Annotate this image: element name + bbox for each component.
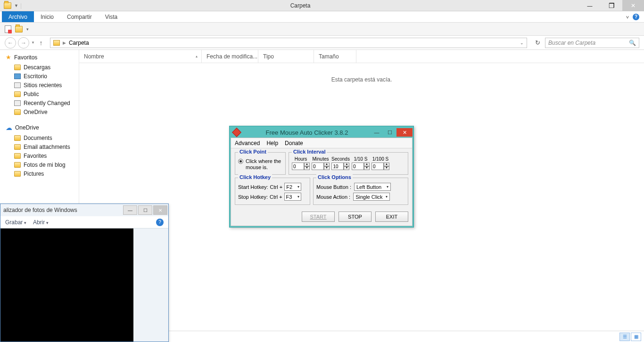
tab-home[interactable]: Inicio <box>34 11 60 22</box>
ac-maximize-button[interactable]: ☐ <box>383 128 396 137</box>
input-tenth[interactable] <box>352 163 364 170</box>
recent-icon <box>14 100 21 106</box>
folder-icon <box>14 153 21 159</box>
input-hundredth[interactable] <box>372 163 384 170</box>
sidebar-item-escritorio[interactable]: Escritorio <box>0 72 79 81</box>
address-bar[interactable]: ▶ Carpeta ⌄ <box>50 38 527 48</box>
ac-close-button[interactable]: ✕ <box>396 128 413 137</box>
sidebar-item-fotos-blog[interactable]: Fotos de mi blog <box>0 160 79 169</box>
label-mouse-button: Mouse Button : <box>316 184 351 190</box>
legend-click-interval: Click Interval <box>292 149 327 155</box>
button-label: STOP <box>348 214 362 220</box>
sidebar-item-label: OneDrive <box>24 109 48 115</box>
col-name[interactable]: Nombre▴ <box>79 50 202 63</box>
ac-titlebar[interactable]: Free Mouse Auto Clicker 3.8.2 — ☐ ✕ <box>231 127 413 138</box>
tab-view[interactable]: Vista <box>99 11 124 22</box>
photo-minimize-button[interactable]: — <box>123 205 137 215</box>
photo-close-button[interactable]: ✕ <box>153 205 167 215</box>
select-start-hotkey[interactable]: F2 <box>284 183 301 191</box>
photo-menu-open[interactable]: Abrir <box>33 219 49 226</box>
qa-dropdown[interactable]: ▼ <box>14 3 18 8</box>
photo-menu-burn[interactable]: Grabar <box>5 219 26 226</box>
sidebar-item-onedrive-fav[interactable]: OneDrive <box>0 107 79 116</box>
legend-click-options: Click Options <box>316 174 353 180</box>
photo-titlebar[interactable]: alizador de fotos de Windows — ☐ ✕ <box>0 204 168 216</box>
search-input[interactable]: Buscar en Carpeta 🔍 <box>545 38 639 48</box>
col-modified[interactable]: Fecha de modifica... <box>202 50 258 63</box>
nav-history-dropdown[interactable]: ▼ <box>31 41 35 45</box>
start-button[interactable]: START <box>302 212 335 222</box>
ac-window-title: Free Mouse Auto Clicker 3.8.2 <box>244 129 370 136</box>
input-seconds[interactable] <box>331 163 344 170</box>
photo-maximize-button[interactable]: ☐ <box>138 205 152 215</box>
sidebar-header-label: OneDrive <box>15 124 39 131</box>
ac-menu-donate[interactable]: Donate <box>285 140 303 147</box>
spinner-arrows[interactable]: ▲▼ <box>304 163 310 170</box>
new-folder-icon[interactable] <box>15 26 23 33</box>
refresh-button[interactable]: ↻ <box>532 38 543 48</box>
minimize-button[interactable] <box>579 0 601 11</box>
sidebar-item-recently-changed[interactable]: Recently Changed <box>0 98 79 107</box>
qa-overflow[interactable]: ▾ <box>26 27 29 32</box>
sidebar-item-pictures[interactable]: Pictures <box>0 169 79 178</box>
view-details-button[interactable]: ☰ <box>619 333 630 341</box>
empty-folder-message: Esta carpeta está vacía. <box>79 76 644 83</box>
nav-up-button[interactable]: ↑ <box>37 39 45 47</box>
help-icon[interactable]: ? <box>156 219 164 226</box>
sidebar-item-label: Sitios recientes <box>24 82 62 89</box>
sidebar-item-recientes[interactable]: Sitios recientes <box>0 81 79 90</box>
sidebar-item-descargas[interactable]: Descargas <box>0 63 79 72</box>
spinner-arrows[interactable]: ▲▼ <box>324 163 330 170</box>
view-icons-button[interactable]: ▦ <box>631 333 641 341</box>
sidebar-item-public[interactable]: Public <box>0 90 79 98</box>
col-label: Fecha de modifica... <box>206 53 257 60</box>
select-mouse-action[interactable]: Single Click <box>353 193 390 201</box>
sidebar-item-label: Favorites <box>24 153 47 159</box>
nav-forward-button[interactable]: → <box>18 37 29 49</box>
input-hours[interactable] <box>292 163 304 170</box>
sidebar-item-label: Escritorio <box>24 73 47 80</box>
input-minutes[interactable] <box>312 163 324 170</box>
photo-gutter <box>133 228 168 342</box>
radio-label: Click where the mouse is. <box>246 158 282 171</box>
photo-canvas <box>0 228 133 342</box>
sidebar-header-label: Favoritos <box>14 54 37 61</box>
ac-menu-advanced[interactable]: Advanced <box>235 140 260 147</box>
col-size[interactable]: Tamaño <box>314 50 356 63</box>
properties-icon[interactable] <box>5 25 11 33</box>
exit-button[interactable]: EXIT <box>375 212 408 222</box>
sidebar-item-documents[interactable]: Documents <box>0 133 79 142</box>
help-icon[interactable]: ? <box>633 14 639 20</box>
nav-back-button[interactable]: ← <box>5 37 16 49</box>
nav-row: ← → ▼ ↑ ▶ Carpeta ⌄ ↻ Buscar en Carpeta … <box>0 36 644 50</box>
address-dropdown-icon[interactable]: ⌄ <box>520 41 524 45</box>
ac-minimize-button[interactable]: — <box>370 128 383 137</box>
tab-file[interactable]: Archivo <box>2 11 34 22</box>
ribbon-collapse-icon[interactable]: ⅴ <box>626 14 629 19</box>
ac-menu-help[interactable]: Help <box>266 140 278 147</box>
sidebar-item-email-attachments[interactable]: Email attachments <box>0 142 79 151</box>
spinner-arrows[interactable]: ▲▼ <box>344 163 349 170</box>
select-mouse-button[interactable]: Left Button <box>354 183 391 191</box>
window-title: Carpeta <box>22 2 579 9</box>
sidebar-onedrive-header[interactable]: ☁ OneDrive <box>0 123 79 133</box>
sidebar-favorites-header[interactable]: ★ Favoritos <box>0 53 79 63</box>
breadcrumb[interactable]: Carpeta <box>69 40 89 46</box>
spinner-arrows[interactable]: ▲▼ <box>384 163 389 170</box>
group-click-hotkey: Click Hotkey Start Hotkey: Ctrl + F2 Sto… <box>235 178 310 205</box>
tab-share[interactable]: Compartir <box>60 11 99 22</box>
ac-menubar: Advanced Help Donate <box>231 138 412 148</box>
sidebar-item-favorites[interactable]: Favorites <box>0 151 79 160</box>
folder-icon <box>14 171 21 177</box>
explorer-titlebar: ▼ | Carpeta ❐ <box>0 0 644 11</box>
spinner-arrows[interactable]: ▲▼ <box>364 163 370 170</box>
close-button[interactable] <box>622 0 644 11</box>
folder-icon <box>14 65 21 70</box>
select-stop-hotkey[interactable]: F3 <box>284 193 301 201</box>
col-type[interactable]: Tipo <box>258 50 314 63</box>
stop-button[interactable]: STOP <box>339 212 372 222</box>
button-label: START <box>310 214 326 220</box>
maximize-button[interactable]: ❐ <box>601 0 622 11</box>
radio-click-where-mouse[interactable]: Click where the mouse is. <box>238 158 282 171</box>
sidebar-item-label: Fotos de mi blog <box>24 162 66 168</box>
